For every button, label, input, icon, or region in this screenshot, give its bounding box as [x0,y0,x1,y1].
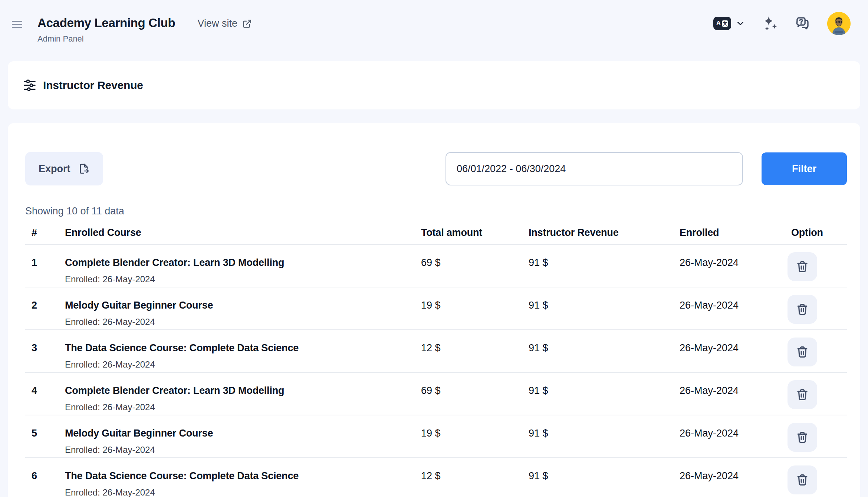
page-title-card: Instructor Revenue [8,61,860,109]
date-range-input[interactable] [445,152,743,185]
main-card: Export Filter Showing 10 of 11 data # En… [8,123,860,497]
row-index: 5 [25,415,65,457]
page-title: Instructor Revenue [43,79,143,92]
course-enrolled-sub: Enrolled: 26-May-2024 [65,445,421,455]
enrolled-date-cell: 26-May-2024 [680,287,788,329]
export-button[interactable]: Export [25,152,103,185]
course-title: The Data Science Course: Complete Data S… [65,470,421,482]
app-title: Academy Learning Club [37,17,175,29]
option-cell [788,373,847,415]
row-index: 1 [25,245,65,287]
table-body: 1 Complete Blender Creator: Learn 3D Mod… [25,245,847,497]
enrolled-date-cell: 26-May-2024 [680,330,788,372]
course-title: Complete Blender Creator: Learn 3D Model… [65,257,421,269]
col-header-index: # [25,227,65,238]
brand: Academy Learning Club Admin Panel [37,17,175,44]
app-subtitle: Admin Panel [37,34,175,44]
course-enrolled-sub: Enrolled: 26-May-2024 [65,274,421,284]
enrolled-date-cell: 26-May-2024 [680,245,788,287]
instructor-revenue-cell: 91 $ [529,415,680,457]
col-header-enrolled: Enrolled [680,227,788,238]
instructor-revenue-cell: 91 $ [529,330,680,372]
course-title: The Data Science Course: Complete Data S… [65,342,421,354]
course-title: Melody Guitar Beginner Course [65,428,421,439]
option-cell [788,415,847,457]
option-cell [788,287,847,329]
row-index: 6 [25,458,65,497]
instructor-revenue-cell: 91 $ [529,458,680,497]
table-row: 2 Melody Guitar Beginner Course Enrolled… [25,287,847,330]
filter-controls: Filter [445,152,847,185]
revenue-table: # Enrolled Course Total amount Instructo… [25,227,847,497]
language-switcher[interactable]: A文 [713,17,745,30]
table-row: 3 The Data Science Course: Complete Data… [25,330,847,373]
topbar-actions: A文 [713,11,851,35]
instructor-revenue-cell: 91 $ [529,373,680,415]
user-avatar[interactable] [827,12,851,35]
total-amount-cell: 19 $ [421,287,529,329]
topbar: Academy Learning Club Admin Panel View s… [0,0,868,61]
total-amount-cell: 19 $ [421,415,529,457]
course-cell: The Data Science Course: Complete Data S… [65,330,421,372]
trash-icon [795,430,809,444]
course-title: Melody Guitar Beginner Course [65,300,421,311]
trash-icon [795,302,809,316]
course-cell: Complete Blender Creator: Learn 3D Model… [65,373,421,415]
menu-icon[interactable] [12,21,22,28]
enrolled-date-cell: 26-May-2024 [680,458,788,497]
instructor-revenue-cell: 91 $ [529,245,680,287]
total-amount-cell: 12 $ [421,458,529,497]
chevron-down-icon [736,19,745,28]
view-site-label: View site [197,18,237,29]
instructor-revenue-cell: 91 $ [529,287,680,329]
delete-button[interactable] [788,423,817,452]
table-row: 4 Complete Blender Creator: Learn 3D Mod… [25,373,847,415]
translate-icon: A文 [713,17,731,30]
option-cell [788,330,847,372]
trash-icon [795,345,809,359]
course-enrolled-sub: Enrolled: 26-May-2024 [65,402,421,412]
course-cell: Melody Guitar Beginner Course Enrolled: … [65,287,421,329]
help-chat-icon[interactable] [795,16,811,31]
option-cell [788,245,847,287]
option-cell [788,458,847,497]
row-index: 2 [25,287,65,329]
col-header-course: Enrolled Course [65,227,421,238]
filter-button[interactable]: Filter [762,152,847,185]
course-cell: Melody Guitar Beginner Course Enrolled: … [65,415,421,457]
course-title: Complete Blender Creator: Learn 3D Model… [65,385,421,396]
delete-button[interactable] [788,252,817,281]
sliders-icon [22,79,37,92]
delete-button[interactable] [788,465,817,494]
table-row: 6 The Data Science Course: Complete Data… [25,458,847,497]
results-summary: Showing 10 of 11 data [25,205,847,217]
row-index: 4 [25,373,65,415]
external-link-icon [242,19,252,29]
total-amount-cell: 12 $ [421,330,529,372]
view-site-link[interactable]: View site [197,18,252,29]
delete-button[interactable] [788,380,817,409]
course-enrolled-sub: Enrolled: 26-May-2024 [65,317,421,327]
col-header-revenue: Instructor Revenue [529,227,680,238]
trash-icon [795,473,809,487]
toolbar: Export Filter [25,152,847,185]
sparkles-icon[interactable] [762,15,778,32]
delete-button[interactable] [788,295,817,324]
table-header-row: # Enrolled Course Total amount Instructo… [25,227,847,245]
table-row: 1 Complete Blender Creator: Learn 3D Mod… [25,245,847,287]
delete-button[interactable] [788,338,817,366]
trash-icon [795,388,809,402]
enrolled-date-cell: 26-May-2024 [680,415,788,457]
trash-icon [795,260,809,274]
total-amount-cell: 69 $ [421,245,529,287]
export-label: Export [39,163,70,175]
col-header-total: Total amount [421,227,529,238]
course-cell: Complete Blender Creator: Learn 3D Model… [65,245,421,287]
total-amount-cell: 69 $ [421,373,529,415]
course-enrolled-sub: Enrolled: 26-May-2024 [65,359,421,370]
course-cell: The Data Science Course: Complete Data S… [65,458,421,497]
col-header-option: Option [788,227,847,238]
table-row: 5 Melody Guitar Beginner Course Enrolled… [25,415,847,458]
course-enrolled-sub: Enrolled: 26-May-2024 [65,487,421,497]
file-export-icon [78,163,90,175]
